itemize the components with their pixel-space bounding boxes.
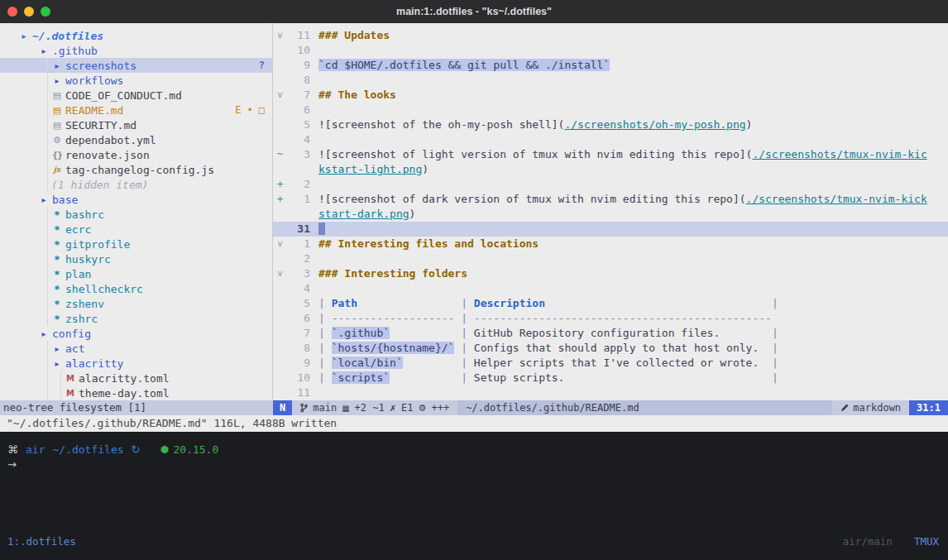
tree-item-.github[interactable]: ▸.github [0,43,272,58]
line-number: 5 [287,296,310,311]
text-segment-pipe: | [461,342,474,354]
line-number: 8 [287,73,310,88]
editor-line[interactable]: 7| `.github` | GitHub Repository configu… [273,326,948,341]
tree-item-renovate.json[interactable]: {}renovate.json [0,147,272,162]
editor-line[interactable]: 4 [273,132,948,147]
tree-item-theme-day.toml[interactable]: Mtheme-day.toml [0,385,272,400]
text-segment-pipe: | [318,312,332,324]
tree-item-zshrc[interactable]: *zshrc [0,311,272,326]
tree-item-label: (1 hidden item) [51,179,148,191]
tree-item-alacritty.toml[interactable]: Malacritty.toml [0,371,272,385]
editor-line[interactable]: 11 [273,385,948,400]
tree-item-screenshots[interactable]: ▸screenshots? [0,58,272,73]
prompt-host: air [26,443,45,456]
tree-item-1-hidden-item[interactable]: (1 hidden item) [0,177,272,192]
line-number: 1 [287,192,310,207]
shell-file-icon: * [51,313,63,325]
editor-line[interactable]: 5![screenshot of the oh-my-posh shell](.… [273,117,948,132]
tree-item-code-of-conduct.md[interactable]: ▤CODE_OF_CONDUCT.md [0,88,272,103]
line-text [310,385,318,400]
editor-line[interactable]: +2 [273,177,948,192]
shell-file-icon: * [51,238,63,251]
gutter-marker [273,251,287,266]
editor-line[interactable]: 8| `hosts/{hostname}/` | Configs that sh… [273,341,948,356]
tree-item-act[interactable]: ▸act [0,341,272,356]
fold-marker-icon: ∨ [273,266,287,281]
tree-item-security.md[interactable]: ▤SECURITY.md [0,117,272,132]
editor-pane: ∨11### Updates109`cd $HOME/.dotfiles && … [273,23,948,415]
text-segment-pipe: | [772,342,778,354]
tree-item-label: huskyrc [65,253,111,266]
tree-item-bashrc[interactable]: *bashrc [0,207,272,222]
editor-line[interactable]: kstart-light.png) [273,162,948,177]
editor-line[interactable]: ∨7## The looks [273,88,948,103]
editor-line[interactable]: ∨11### Updates [273,28,948,43]
line-number: 10 [287,43,310,58]
editor-line[interactable]: 2 [273,251,948,266]
toml-icon: M [65,389,76,398]
git-branch-icon [300,403,308,413]
text-segment-pipe: | [461,297,474,309]
line-text: ## The looks [310,88,396,103]
editor-line[interactable]: 5| Path | Description | [273,296,948,311]
editor-line[interactable]: ∨1## Interesting files and locations [273,237,948,251]
tree-item-.dotfiles[interactable]: ▸~/.dotfiles [0,28,272,43]
line-number [287,162,310,177]
line-text [310,73,318,88]
tree-item-gitprofile[interactable]: *gitprofile [0,237,272,251]
zoom-button[interactable] [41,7,50,17]
editor-line[interactable]: 10 [273,43,948,58]
tree-item-tag-changelog-config.js[interactable]: jstag-changelog-config.js [0,162,272,177]
git-diff-counts: +2 ~1 [355,402,385,414]
tree-item-config[interactable]: ▸config [0,326,272,341]
filetype-label: markdown [853,402,901,414]
editor-line[interactable]: +1![screenshot of dark version of tmux w… [273,192,948,207]
minimize-button[interactable] [24,7,34,17]
gutter-marker [273,58,287,73]
tree-item-label: CODE_OF_CONDUCT.md [65,89,182,102]
sync-icon: ↻ [132,443,141,456]
text-segment-h3: ### Interesting folders [318,267,467,280]
editor-line[interactable]: ~3![screenshot of light version of tmux … [273,147,948,162]
tree-item-plan[interactable]: *plan [0,266,272,281]
tree-item-huskyrc[interactable]: *huskyrc [0,251,272,266]
tree-item-shellcheckrc[interactable]: *shellcheckrc [0,281,272,296]
tree-item-dependabot.yml[interactable]: ⚙dependabot.yml [0,132,272,147]
tmux-window-item[interactable]: 1:.dotfiles [0,535,76,548]
editor-line[interactable]: 10| `scripts` | Setup scripts. | [273,371,948,385]
line-text: kstart-light.png) [310,162,429,177]
text-segment-text: Configs that should apply to that host o… [474,342,772,354]
editor-line[interactable]: start-dark.png) [273,207,948,222]
editor-line[interactable]: 31 [273,222,948,237]
editor-line[interactable]: 9`cd $HOME/.dotfiles && git pull && ./in… [273,58,948,73]
editor-line[interactable]: 8 [273,73,948,88]
tree-item-label: alacritty.toml [79,372,170,385]
gutter-marker [273,103,287,117]
line-number: 5 [287,117,310,132]
git-change-sign: ~ [273,147,287,162]
line-text [310,43,318,58]
text-segment-text: ![screenshot of the oh-my-posh shell]( [318,118,564,131]
tree-item-workflows[interactable]: ▸workflows [0,73,272,88]
editor-line[interactable]: 9| `local/bin` | Helper scripts that I'v… [273,356,948,371]
text-segment-text [357,297,461,309]
line-number: 8 [287,341,310,356]
tmux-statusbar: 1:.dotfiles air/main TMUX [0,534,948,548]
editor-line[interactable]: ∨3### Interesting folders [273,266,948,281]
editor-line[interactable]: 6| ------------------- | ---------------… [273,311,948,326]
close-button[interactable] [7,7,17,17]
tree-item-label: screenshots [65,60,136,72]
editor-line[interactable]: 4 [273,281,948,296]
editor-line[interactable]: 6 [273,103,948,117]
tree-item-readme.md[interactable]: ▤README.mdE•□ [0,103,272,117]
tree-item-alacritty[interactable]: ▸alacritty [0,356,272,371]
line-text: ## Interesting files and locations [310,237,539,251]
text-segment-code: `hosts/{hostname}/` [332,342,455,354]
tree-item-base[interactable]: ▸base [0,192,272,207]
gutter-marker [273,222,287,237]
text-segment-pipe: | [772,357,778,369]
text-segment-pipe: | [461,357,474,369]
text-segment-code: `cd $HOME/.dotfiles && git pull && ./ins… [318,59,610,71]
tree-item-ecrc[interactable]: *ecrc [0,222,272,237]
tree-item-zshenv[interactable]: *zshenv [0,296,272,311]
